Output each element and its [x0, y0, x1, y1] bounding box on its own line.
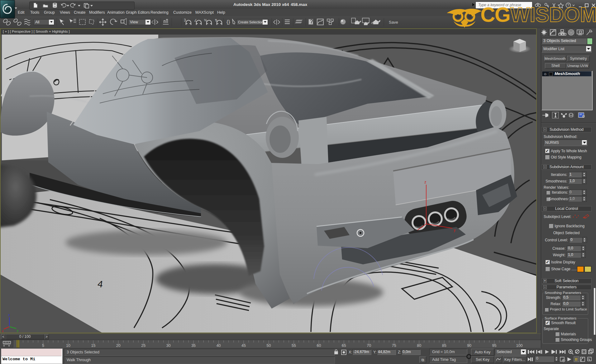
svg-text:45: 45	[241, 343, 246, 348]
svg-text:85: 85	[442, 343, 446, 348]
svg-text:CG: CG	[480, 4, 510, 26]
svg-text:25: 25	[141, 343, 145, 348]
svg-text:x: x	[2, 329, 4, 333]
svg-text:!!: !!	[575, 357, 578, 362]
svg-text:65: 65	[342, 343, 346, 348]
svg-text:WISDOM: WISDOM	[510, 4, 596, 26]
svg-text:View: View	[130, 20, 138, 24]
svg-text:30: 30	[166, 343, 171, 348]
svg-text:70: 70	[367, 343, 371, 348]
svg-text:{}: {}	[226, 19, 230, 25]
svg-text:y: y	[454, 228, 456, 232]
svg-text:60: 60	[317, 343, 321, 348]
svg-text:y: y	[17, 329, 19, 332]
svg-text:All: All	[35, 20, 39, 24]
svg-text:[ + ] [ Perspective ] [ Smooth: [ + ] [ Perspective ] [ Smooth + Highlig…	[3, 30, 70, 33]
svg-text:⇅: ⇅	[215, 18, 217, 22]
svg-text:55: 55	[292, 343, 296, 348]
svg-text:Save: Save	[389, 20, 398, 25]
svg-text:10: 10	[66, 343, 70, 348]
svg-text:50: 50	[267, 343, 271, 348]
svg-text:35: 35	[191, 343, 196, 348]
svg-text:5: 5	[42, 343, 44, 348]
svg-text:15: 15	[91, 343, 95, 348]
svg-text:z: z	[8, 313, 10, 317]
svg-text:∠: ∠	[194, 18, 197, 22]
svg-text:100: 100	[516, 343, 523, 348]
svg-text:90: 90	[467, 343, 471, 348]
svg-text:80: 80	[417, 343, 421, 348]
svg-text:3: 3	[184, 18, 186, 22]
svg-text:Create Selection S: Create Selection S	[238, 20, 267, 24]
svg-text:z: z	[424, 180, 427, 184]
svg-text:40: 40	[217, 343, 221, 348]
svg-text:95: 95	[492, 343, 497, 348]
svg-text:75: 75	[392, 343, 396, 348]
svg-text:%: %	[204, 18, 207, 22]
svg-text:20: 20	[116, 343, 121, 348]
